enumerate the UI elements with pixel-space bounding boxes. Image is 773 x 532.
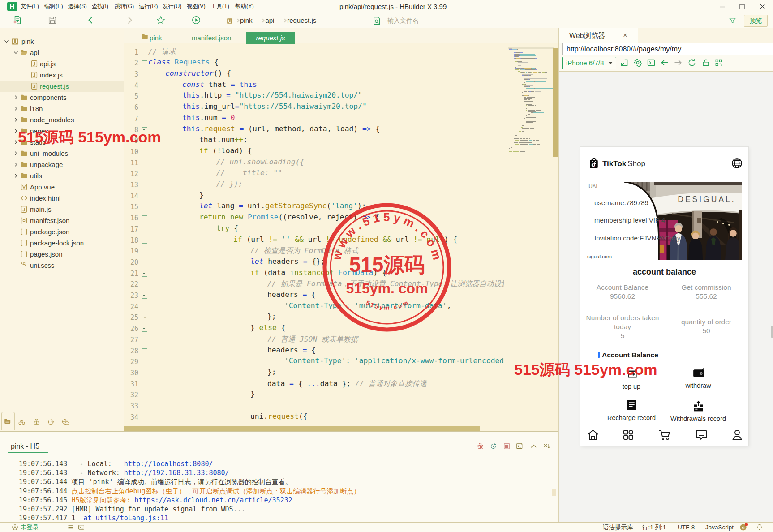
fold-marker-icon[interactable] [142,238,147,244]
console-restart-icon[interactable] [490,442,497,450]
save-icon[interactable] [47,15,57,25]
fold-marker-icon[interactable] [142,348,147,354]
menu-文件(F)[interactable]: 文件(F) [20,0,40,13]
line-number[interactable]: 12 [124,168,138,180]
line-number[interactable]: 11 [124,158,138,169]
tree-item-index.html[interactable]: index.html [0,193,124,204]
line-number[interactable]: 15 [124,202,138,213]
line-number[interactable]: 29 [124,356,138,368]
tree-item-components[interactable]: components [0,92,124,103]
fold-marker-icon[interactable] [142,326,147,332]
fold-marker-icon[interactable] [142,415,147,420]
editor-vertical-scrollbar[interactable] [553,48,558,157]
line-number[interactable]: 34 [124,412,138,423]
terminal-icon[interactable] [78,524,85,531]
console-link[interactable]: https://ask.dcloud.net.cn/article/35232 [135,496,292,504]
console-link[interactable]: at utils/toLang.js:11 [84,514,169,522]
browser-scrollbar[interactable] [771,326,773,338]
line-number[interactable]: 4 [124,80,138,91]
tree-item-pink[interactable]: pink [0,36,124,47]
tree-item-api.js[interactable]: api.js [0,58,124,69]
console-close-icon[interactable] [543,442,550,450]
tree-item-pages.json[interactable]: pages.json [0,249,124,260]
tree-item-manifest.json[interactable]: manifest.json [0,215,124,226]
line-number[interactable]: 5 [124,91,138,102]
console-new-terminal-icon[interactable] [516,442,524,450]
syntax-lib-status[interactable]: 语法提示库 [603,523,633,532]
nav-profile-icon[interactable] [730,428,744,442]
line-number[interactable]: 31 [124,379,138,390]
close-button[interactable] [752,0,772,13]
action-withdrawals-record[interactable]: Withdrawals record [665,399,732,422]
preview-button[interactable]: 预览 [744,15,768,27]
favorite-star-icon[interactable] [156,15,166,25]
nav-cart-icon[interactable] [657,428,672,442]
line-number[interactable]: 32 [124,390,138,401]
tree-item-i18n[interactable]: i18n [0,103,124,114]
browser-settings-icon[interactable] [633,58,642,67]
web-tab-icon[interactable] [61,418,69,426]
line-number[interactable]: 7 [124,113,138,124]
line-number[interactable]: 33 [124,401,138,412]
line-number[interactable]: 14 [124,191,138,202]
language-globe-icon[interactable] [731,157,743,169]
chevron-right-icon[interactable] [13,173,19,179]
breadcrumb-item[interactable]: pink [240,17,253,24]
breadcrumb-item[interactable]: request.js [287,17,316,24]
search-tab-icon[interactable] [18,418,26,426]
breadcrumb[interactable]: pinkapirequest.js [222,15,364,27]
nav-grid-icon[interactable] [621,428,636,442]
login-status[interactable]: 未登录 [21,523,39,532]
line-number[interactable]: 3 [124,69,138,80]
chevron-right-icon[interactable] [13,94,19,100]
line-number[interactable]: 21 [124,268,138,279]
line-number[interactable]: 18 [124,235,138,246]
nav-message-icon[interactable] [694,428,709,442]
filter-funnel-icon[interactable] [728,17,737,25]
line-number[interactable]: 23 [124,290,138,301]
breadcrumb-item[interactable]: api [265,17,274,24]
tree-item-unpackage[interactable]: unpackage [0,159,124,170]
line-number[interactable]: 13 [124,180,138,191]
fold-marker-icon[interactable] [142,60,147,66]
line-number[interactable]: 1 [124,47,138,58]
chevron-right-icon[interactable] [13,162,19,167]
fold-marker-icon[interactable] [142,72,147,77]
menu-跳转(G)[interactable]: 跳转(G) [114,0,135,13]
line-number[interactable]: 16 [124,213,138,224]
open-external-icon[interactable] [620,58,629,67]
files-tab-icon[interactable] [4,417,12,425]
copy-button[interactable]: Copy [665,234,680,242]
line-number[interactable]: 10 [124,146,138,158]
action-withdraw[interactable]: withdraw [665,365,732,389]
chevron-right-icon[interactable] [13,106,19,112]
menu-运行(R)[interactable]: 运行(R) [138,0,159,13]
browser-tab-close-icon[interactable]: × [622,32,629,39]
action-recharge-record[interactable]: Recharge record [598,398,665,421]
account-icon[interactable] [12,524,18,531]
new-file-icon[interactable] [13,15,22,25]
menu-发行(U)[interactable]: 发行(U) [162,0,182,13]
sync-tab-icon[interactable] [47,418,55,426]
console-stop-icon[interactable] [503,442,511,450]
line-number[interactable]: 22 [124,279,138,290]
editor-tab-manifest.json[interactable]: manifest.json [192,32,231,43]
back-icon[interactable] [86,15,96,25]
browser-console-icon[interactable] [647,58,656,67]
cursor-position-status[interactable]: 行:1 列:1 [642,523,666,532]
chevron-down-icon[interactable] [4,39,9,44]
debug-tab-icon[interactable] [33,418,40,426]
tree-item-node_modules[interactable]: node_modules [0,114,124,125]
menu-编辑(E)[interactable]: 编辑(E) [43,0,64,13]
chevron-right-icon[interactable] [13,150,19,156]
chevron-right-icon[interactable] [13,117,19,123]
line-number[interactable]: 17 [124,224,138,235]
menu-查找(I)[interactable]: 查找(I) [91,0,109,13]
fold-marker-icon[interactable] [142,271,147,277]
browser-refresh-icon[interactable] [687,58,696,67]
forward-icon[interactable] [125,15,134,25]
maximize-button[interactable] [732,0,752,13]
tree-item-index.js[interactable]: index.js [0,69,124,81]
chevron-down-icon[interactable] [13,50,19,56]
tree-item-package-lock.json[interactable]: package-lock.json [0,237,124,249]
